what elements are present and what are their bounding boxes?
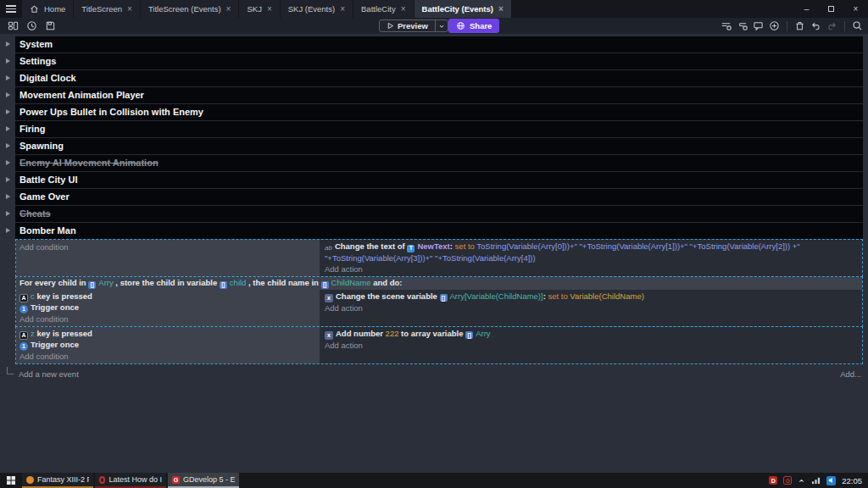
add-condition-link[interactable]: Add condition <box>19 313 317 324</box>
collapse-arrow-icon[interactable] <box>6 92 10 97</box>
start-button[interactable] <box>0 473 22 488</box>
add-action-link[interactable]: Add action <box>325 302 859 313</box>
collapse-arrow-icon[interactable] <box>6 194 10 199</box>
close-button[interactable]: × <box>843 0 868 18</box>
add-subevent-icon[interactable] <box>737 20 748 31</box>
tab-bar: Home TitleScreen × TitleScreen (Events) … <box>22 0 512 18</box>
add-condition-link[interactable]: Add condition <box>19 241 317 252</box>
chevron-up-icon[interactable] <box>798 477 805 485</box>
event-group-row[interactable]: Movement Animation Player <box>15 87 863 104</box>
event-group-row-disabled[interactable]: Enemy AI Movement Animation <box>15 155 863 172</box>
taskbar-button-fantasy[interactable]: Fantasy XIII-2 Plus - T... <box>22 473 93 488</box>
network-icon[interactable] <box>811 476 821 485</box>
event-group-row[interactable]: System <box>15 36 863 53</box>
close-tab-icon[interactable]: × <box>401 5 406 14</box>
add-comment-icon[interactable] <box>753 20 764 31</box>
event-group-row[interactable]: Battle City UI <box>15 172 863 189</box>
connector-line <box>7 367 14 374</box>
tab-battlecity-events[interactable]: BattleCity (Events) × <box>415 0 511 18</box>
condition-trigger-once[interactable]: Trigger once <box>19 302 317 313</box>
gdevelop-tray-icon[interactable]: G <box>783 476 792 485</box>
tab-titlescreen-events[interactable]: TitleScreen (Events) × <box>141 0 239 18</box>
group-label: Spawning <box>19 141 64 151</box>
condition-key-pressed[interactable]: z key is pressed <box>19 329 317 340</box>
collapse-arrow-icon[interactable] <box>6 143 10 148</box>
variable-icon <box>440 294 448 302</box>
event-groups: System Settings Digital Clock Movement A… <box>15 36 863 240</box>
collapse-arrow-icon[interactable] <box>6 177 10 182</box>
group-label: Enemy AI Movement Animation <box>19 158 159 168</box>
save-icon[interactable] <box>45 20 56 31</box>
tab-titlescreen[interactable]: TitleScreen × <box>74 0 140 18</box>
add-condition-link[interactable]: Add condition <box>19 351 317 362</box>
close-tab-icon[interactable]: × <box>226 5 231 14</box>
group-label: System <box>19 39 53 49</box>
search-icon[interactable] <box>852 20 863 31</box>
action-icon <box>325 294 333 302</box>
condition-key-pressed[interactable]: c key is pressed <box>19 291 317 302</box>
preview-options-button[interactable] <box>435 20 448 31</box>
collapse-arrow-icon[interactable] <box>6 58 10 64</box>
actions-column: Add number 222 to array variable Arry Ad… <box>320 327 862 363</box>
project-manager-icon[interactable] <box>8 20 19 31</box>
tab-label: SKJ <box>247 4 261 14</box>
minimize-button[interactable]: – <box>794 0 819 18</box>
tray-clock[interactable]: 22:05 <box>842 476 862 485</box>
close-tab-icon[interactable]: × <box>267 5 272 14</box>
collapse-arrow-icon[interactable] <box>6 126 10 131</box>
close-tab-icon[interactable]: × <box>498 5 504 14</box>
event-group-row[interactable]: Power Ups Bullet in Collision with Enemy <box>15 104 863 121</box>
taskbar-button-browser[interactable]: Latest How do I..? to... <box>95 473 166 488</box>
share-button[interactable]: Share <box>448 19 499 33</box>
volume-icon[interactable] <box>826 476 836 485</box>
action-icon <box>325 331 333 340</box>
event-group-row[interactable]: Firing <box>15 121 863 138</box>
conditions-column: c key is pressed Trigger once Add condit… <box>16 290 320 326</box>
add-event-icon[interactable] <box>721 20 732 31</box>
event-standard[interactable]: z key is pressed Trigger once Add condit… <box>15 326 863 364</box>
taskbar-button-gdevelop[interactable]: G GDevelop 5 - E:\Progr... <box>168 473 239 488</box>
action-add-to-array[interactable]: Add number 222 to array variable Arry <box>325 329 859 340</box>
condition-trigger-once[interactable]: Trigger once <box>19 340 317 351</box>
toolbar-right <box>721 20 868 31</box>
event-standard[interactable]: Add condition Change the text of NewText… <box>15 239 863 277</box>
choose-event-icon[interactable] <box>769 20 780 31</box>
close-tab-icon[interactable]: × <box>127 5 132 14</box>
tab-skj[interactable]: SKJ × <box>239 0 279 18</box>
preview-button[interactable]: Preview <box>380 20 435 31</box>
collapse-arrow-icon[interactable] <box>6 75 10 80</box>
redo-icon[interactable] <box>826 20 837 31</box>
collapse-arrow-icon[interactable] <box>6 211 10 216</box>
trash-icon[interactable] <box>794 20 805 31</box>
collapse-arrow-icon[interactable] <box>6 160 10 165</box>
add-action-link[interactable]: Add action <box>325 340 859 351</box>
action-change-text[interactable]: Change the text of NewText: set to ToStr… <box>325 241 859 263</box>
event-group-row[interactable]: Spawning <box>15 138 863 155</box>
undo-icon[interactable] <box>810 20 821 31</box>
tab-battlecity[interactable]: BattleCity × <box>353 0 414 18</box>
tray-app-icon[interactable]: D <box>769 476 777 485</box>
key-icon <box>19 294 28 302</box>
tab-home[interactable]: Home <box>22 0 73 18</box>
event-for-each-child[interactable]: For every child in Arry , store the chil… <box>15 276 863 327</box>
tab-skj-events[interactable]: SKJ (Events) × <box>281 0 353 18</box>
main-menu-icon[interactable] <box>0 0 22 18</box>
add-new-event-label: Add a new event <box>19 369 79 379</box>
restore-button[interactable] <box>819 0 843 18</box>
add-more-link[interactable]: Add... <box>840 369 861 379</box>
add-new-event-link[interactable]: Add a new event <box>19 369 79 379</box>
event-group-row[interactable]: Bomber Man <box>15 223 863 240</box>
close-tab-icon[interactable]: × <box>340 5 345 14</box>
collapse-arrow-icon[interactable] <box>6 109 10 114</box>
action-change-scene-variable[interactable]: Change the scene variable Arry[Variable(… <box>325 291 859 302</box>
variable-icon <box>220 281 227 289</box>
collapse-arrow-icon[interactable] <box>6 228 10 233</box>
event-group-row-disabled[interactable]: Cheats <box>15 206 863 223</box>
event-group-row[interactable]: Digital Clock <box>15 70 863 87</box>
history-icon[interactable] <box>26 20 37 31</box>
event-group-row[interactable]: Game Over <box>15 189 863 206</box>
event-group-row[interactable]: Settings <box>15 53 863 70</box>
for-each-child-header[interactable]: For every child in Arry , store the chil… <box>16 277 862 290</box>
collapse-arrow-icon[interactable] <box>6 42 10 47</box>
add-action-link[interactable]: Add action <box>325 263 859 274</box>
